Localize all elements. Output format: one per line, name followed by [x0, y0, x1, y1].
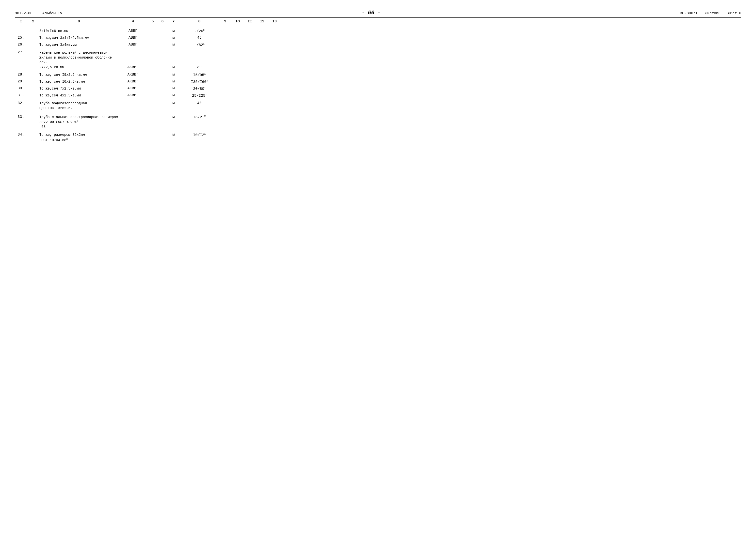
row-desc: То же, сеч.I9х2,5 кв.мм [39, 73, 118, 78]
row-unit: м [168, 29, 180, 33]
row-qty: I6/2Iх [180, 115, 219, 120]
row-num: 33. [15, 115, 27, 119]
col-header-2: 2 [27, 19, 39, 24]
row-qty: 25/I25х [180, 93, 219, 98]
header-divider [15, 17, 741, 18]
row-mark: АВВГ [118, 36, 148, 40]
row-desc: То же,сеч.3х4+Iх2,5кв.мм [39, 36, 118, 40]
table-row: 26. То же,сеч.3х4кв.мм АВВГ м -/82х [15, 41, 741, 48]
row-mark: АКВВГ [118, 86, 148, 91]
row-num: 30. [15, 86, 27, 91]
sheet-label: Лист 6 [728, 11, 741, 15]
row-mark: АКВВГ [118, 50, 148, 70]
col-header-3: 8 [39, 19, 118, 24]
row-qty: 20/80х [180, 86, 219, 91]
dash-right: - [377, 10, 381, 16]
row-mark: АКВВГ [118, 93, 148, 98]
row-mark: АКВВГ [118, 80, 148, 84]
col-header-1: I [15, 19, 27, 24]
table-row: 30. То же,сеч.7х2,5кв.мм АКВВГ м 20/80х [15, 85, 741, 92]
row-unit: м [168, 86, 180, 91]
col-header-10: IO [231, 19, 244, 24]
row-num: 3I. [15, 93, 27, 98]
row-num: 28. [15, 73, 27, 77]
table-row: 3I. То же,сеч.4х2,5кв.мм АКВВГ м 25/I25х [15, 92, 741, 99]
row-desc: Труба стальная электросварная размером 3… [39, 115, 118, 130]
row-num: 34. [15, 133, 27, 137]
row-mark: АВВГ [118, 29, 148, 33]
row-desc: Кабель контрольный с алюминиевыми жилами… [39, 50, 118, 70]
doc-number: 90I-2-60 [15, 11, 32, 15]
row-qty: 45 [180, 36, 219, 40]
col-header-7: 7 [168, 19, 180, 24]
table-row: 25. То же,сеч.3х4+Iх2,5кв.мм АВВГ м 45 [15, 35, 741, 41]
row-desc: 3хI0+Iх6 кв.мм [39, 29, 118, 34]
row-num: 29. [15, 80, 27, 84]
row-unit: м [168, 50, 180, 70]
row-qty: I5/95х [180, 73, 219, 77]
row-desc: То же,сеч.7х2,5кв.мм [39, 86, 118, 91]
table-row: 33. Труба стальная электросварная размер… [15, 113, 741, 132]
col-header-13: I3 [268, 19, 281, 24]
dash-left: - [362, 10, 365, 16]
sheets-label: Листов8 [705, 11, 721, 15]
row-qty: 30 [180, 50, 219, 70]
row-desc: Труба водогазопроводнаяЦ80 ГОСТ 3262-62 [39, 101, 118, 111]
row-unit: м [168, 115, 180, 119]
row-mark: АВВГ [118, 42, 148, 47]
col-header-5: 5 [148, 19, 157, 24]
standard-label: 30-800/I [680, 11, 698, 15]
table-row: 29. То же, сеч.I0х2,5кв.мм АКВВГ м I35/I… [15, 79, 741, 85]
header: 90I-2-60 Альбом IV - 66 - 30-800/I Листо… [15, 10, 741, 16]
row-num: 32. [15, 101, 27, 105]
album-label: Альбом IV [42, 11, 62, 15]
page-number: 66 [368, 10, 374, 16]
row-qty: I0/I2х [180, 133, 219, 137]
row-unit: м [168, 93, 180, 98]
row-desc: То же,сеч.3х4кв.мм [39, 42, 118, 47]
table-row: 34. То же, размером 32х2ммГОСТ 10704-68х… [15, 132, 741, 145]
table-row: 27. Кабель контрольный с алюминиевыми жи… [15, 48, 741, 72]
col-header-8: 8 [180, 19, 219, 24]
row-num: 27. [15, 50, 27, 54]
col-header-6: 6 [157, 19, 168, 24]
row-qty: -/26х [180, 29, 219, 33]
row-unit: м [168, 42, 180, 47]
row-unit: м [168, 133, 180, 137]
row-unit: м [168, 80, 180, 84]
row-qty: -/82х [180, 42, 219, 47]
col-header-9: 9 [219, 19, 231, 24]
table-body: 3хI0+Iх6 кв.мм АВВГ м -/26х 25. То же,се… [15, 28, 741, 145]
row-desc: То же, размером 32х2ммГОСТ 10704-68х [39, 133, 118, 143]
row-unit: м [168, 36, 180, 40]
row-qty: 40 [180, 101, 219, 105]
row-desc: То же, сеч.I0х2,5кв.мм [39, 80, 118, 85]
row-qty: I35/I60х [180, 80, 219, 84]
col-header-12: I2 [256, 19, 268, 24]
table-row: 3хI0+Iх6 кв.мм АВВГ м -/26х [15, 28, 741, 35]
row-unit: м [168, 101, 180, 105]
row-num: 25. [15, 36, 27, 40]
row-mark: АКВВГ [118, 73, 148, 77]
column-headers: I 2 8 4 5 6 7 8 9 IO II I2 I3 [15, 19, 741, 25]
table-row: 28. То же, сеч.I9х2,5 кв.мм АКВВГ м I5/9… [15, 72, 741, 79]
table-row: 32. Труба водогазопроводнаяЦ80 ГОСТ 3262… [15, 99, 741, 113]
col-header-4: 4 [118, 19, 148, 24]
col-header-11: II [244, 19, 256, 24]
row-desc: То же,сеч.4х2,5кв.мм [39, 93, 118, 98]
row-num: 26. [15, 42, 27, 47]
row-unit: м [168, 73, 180, 77]
